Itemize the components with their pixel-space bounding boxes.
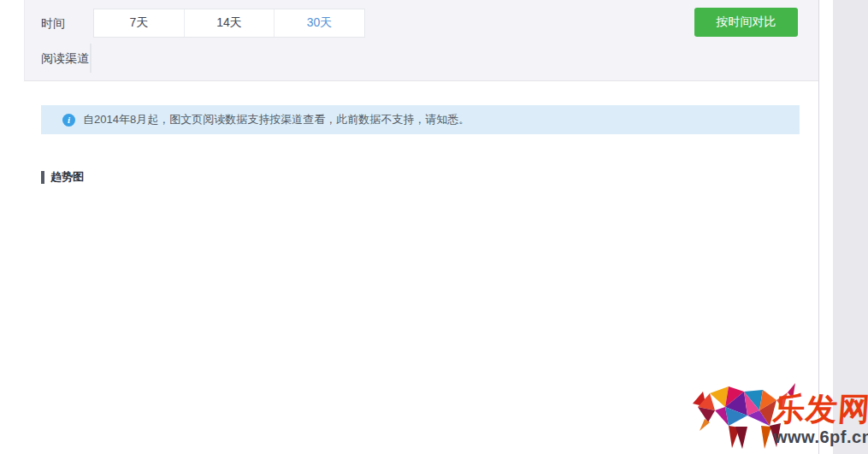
channel-filter-row: 阅读渠道 — [25, 44, 818, 73]
time-option-2[interactable]: 14天 — [185, 9, 275, 37]
notice-banner: i 自2014年8月起，图文页阅读数据支持按渠道查看，此前数据不支持，请知悉。 — [41, 105, 800, 134]
content-edge-divider — [818, 0, 819, 454]
section-title: 趋势图 — [41, 169, 84, 185]
compare-by-time-button[interactable]: 按时间对比 — [694, 8, 798, 37]
scrollbar-track[interactable] — [833, 0, 868, 454]
section-title-bar-icon — [41, 171, 44, 184]
time-range-group: 7天14天30天 — [93, 9, 365, 38]
channel-filter-label: 阅读渠道 — [41, 44, 89, 73]
info-icon: i — [62, 114, 75, 127]
channel-tabs — [90, 44, 92, 73]
time-option-3[interactable]: 30天 — [275, 9, 364, 37]
read-analytics-page: 时间 7天14天30天 按时间对比 阅读渠道 i 自2014年8月起，图文页阅读… — [0, 0, 868, 454]
section-title-text: 趋势图 — [50, 169, 84, 185]
time-filter-label: 时间 — [41, 9, 65, 38]
filter-panel: 时间 7天14天30天 按时间对比 阅读渠道 — [24, 0, 818, 81]
time-option-1[interactable]: 7天 — [94, 9, 185, 37]
time-filter-row: 时间 7天14天30天 按时间对比 — [25, 9, 818, 38]
notice-text: 自2014年8月起，图文页阅读数据支持按渠道查看，此前数据不支持，请知悉。 — [83, 112, 469, 127]
